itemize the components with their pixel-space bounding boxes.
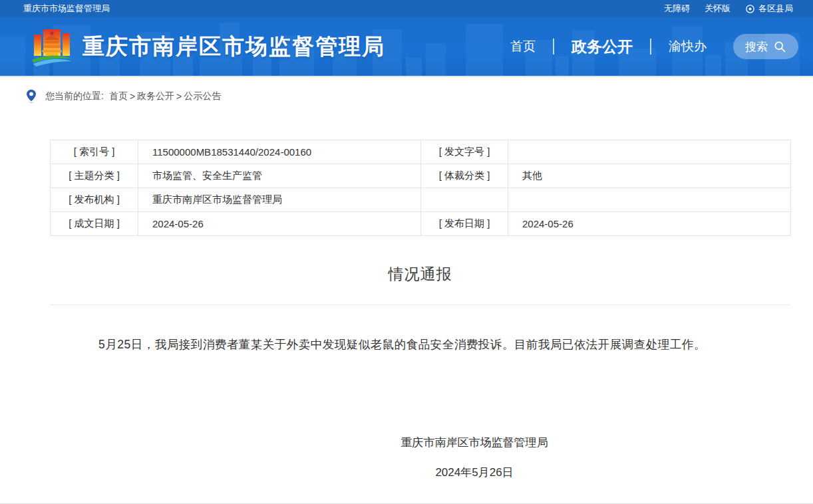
breadcrumb-prefix: 您当前的位置: bbox=[45, 90, 104, 102]
nav-home[interactable]: 首页 bbox=[510, 38, 536, 55]
meta-value-issuing-agency: 重庆市南岸区市场监督管理局 bbox=[138, 188, 421, 212]
breadcrumb-gov-disclosure[interactable]: 政务公开 bbox=[137, 90, 174, 102]
document-body: 5月25日，我局接到消费者董某关于外卖中发现疑似老鼠的食品安全消费投诉。目前我局… bbox=[75, 333, 760, 356]
meta-label-doc-number: [ 发文字号 ] bbox=[421, 140, 508, 164]
signature-agency: 重庆市南岸区市场监督管理局 bbox=[68, 435, 813, 450]
main-navigation: 首页 政务公开 渝快办 搜索 bbox=[510, 17, 798, 76]
search-button[interactable]: 搜索 bbox=[733, 34, 798, 59]
meta-label-genre-category: [ 体裁分类 ] bbox=[421, 164, 508, 188]
document-metadata-table: [ 索引号 ] 11500000MB18531440/2024-00160 [ … bbox=[50, 140, 791, 236]
table-row: [ 发布机构 ] 重庆市南岸区市场监督管理局 bbox=[51, 188, 791, 212]
meta-value-index-number: 11500000MB18531440/2024-00160 bbox=[138, 140, 421, 164]
meta-label-empty bbox=[421, 188, 508, 212]
search-button-label: 搜索 bbox=[745, 39, 768, 55]
signature-date: 2024年5月26日 bbox=[68, 465, 813, 480]
meta-value-topic-category: 市场监管、安全生产监管 bbox=[138, 164, 421, 188]
table-row: [ 主题分类 ] 市场监管、安全生产监管 [ 体裁分类 ] 其他 bbox=[51, 164, 791, 188]
search-icon bbox=[773, 40, 786, 53]
meta-value-doc-number bbox=[508, 140, 791, 164]
breadcrumb-separator: > bbox=[176, 91, 182, 102]
table-row: [ 成文日期 ] 2024-05-26 [ 发布日期 ] 2024-05-26 bbox=[51, 212, 791, 236]
breadcrumb-pin-icon bbox=[25, 89, 37, 104]
district-bureaus-link[interactable]: 各区县局 bbox=[745, 3, 793, 15]
parent-site-link[interactable]: 重庆市市场监督管理局 bbox=[23, 3, 110, 15]
table-row: [ 索引号 ] 11500000MB18531440/2024-00160 [ … bbox=[51, 140, 791, 164]
meta-label-publish-date: [ 发布日期 ] bbox=[421, 212, 508, 236]
top-utility-bar: 重庆市市场监督管理局 无障碍 关怀版 各区县局 bbox=[0, 0, 813, 17]
meta-value-empty bbox=[508, 188, 791, 212]
meta-label-index-number: [ 索引号 ] bbox=[51, 140, 138, 164]
breadcrumb-announcements[interactable]: 公示公告 bbox=[184, 90, 221, 102]
page-title: 重庆市南岸区市场监督管理局 bbox=[82, 32, 385, 62]
document-title: 情况通报 bbox=[50, 264, 790, 285]
breadcrumb-home[interactable]: 首页 bbox=[109, 90, 128, 102]
care-mode-link[interactable]: 关怀版 bbox=[705, 3, 731, 15]
title-divider bbox=[50, 305, 790, 305]
accessibility-link[interactable]: 无障碍 bbox=[664, 3, 690, 15]
nav-divider bbox=[650, 39, 651, 55]
meta-label-issuing-agency: [ 发布机构 ] bbox=[51, 188, 138, 212]
meta-label-topic-category: [ 主题分类 ] bbox=[51, 164, 138, 188]
meta-value-publish-date: 2024-05-26 bbox=[508, 212, 791, 236]
top-utility-links: 无障碍 关怀版 各区县局 bbox=[664, 3, 793, 15]
bureau-logo bbox=[31, 25, 73, 68]
nav-divider bbox=[553, 39, 554, 55]
site-header-banner: 重庆市南岸区市场监督管理局 首页 政务公开 渝快办 搜索 bbox=[0, 17, 813, 77]
location-pin-icon bbox=[745, 4, 755, 14]
breadcrumb-separator: > bbox=[130, 91, 135, 102]
meta-value-genre-category: 其他 bbox=[508, 164, 791, 188]
nav-gov-disclosure[interactable]: 政务公开 bbox=[571, 37, 633, 57]
breadcrumb: 您当前的位置: 首页 > 政务公开 > 公示公告 bbox=[0, 77, 813, 116]
meta-value-written-date: 2024-05-26 bbox=[138, 212, 421, 236]
meta-label-written-date: [ 成文日期 ] bbox=[51, 212, 138, 236]
nav-yukuaiban[interactable]: 渝快办 bbox=[669, 38, 707, 55]
